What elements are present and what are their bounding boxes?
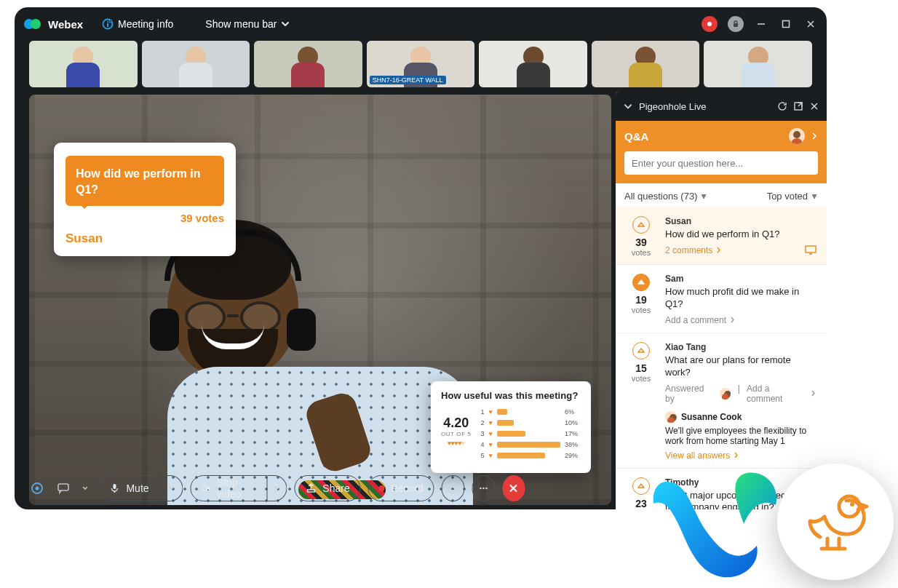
question-author: Sam xyxy=(665,274,816,284)
vote-label: votes xyxy=(626,374,656,383)
app-window: Webex Meeting info Show menu bar xyxy=(15,7,827,509)
avatar-icon xyxy=(665,411,677,423)
vote-count: 39 xyxy=(626,237,656,248)
video-dropdown[interactable] xyxy=(267,475,287,501)
maximize-button[interactable] xyxy=(779,17,793,31)
upvote-icon[interactable] xyxy=(632,274,650,291)
question-item[interactable]: 39 votes Susan How did we perform in Q1?… xyxy=(616,207,827,264)
vote-count: 15 xyxy=(626,362,656,374)
brand-label: Webex xyxy=(48,18,83,31)
svg-rect-14 xyxy=(113,484,116,489)
filmstrip-thumb[interactable] xyxy=(142,41,250,87)
show-menu-button[interactable]: Show menu bar xyxy=(205,18,290,30)
vote-count: 19 xyxy=(626,294,656,306)
filmstrip-thumb[interactable] xyxy=(254,41,362,87)
answered-by: Answered by | xyxy=(665,384,742,404)
add-comment-link[interactable]: Add a comment xyxy=(747,384,816,404)
share-icon xyxy=(305,482,317,494)
mute-dropdown[interactable] xyxy=(160,475,183,501)
chevron-down-icon[interactable] xyxy=(623,101,633,111)
speaker-video xyxy=(167,234,473,505)
vote-label: votes xyxy=(626,248,656,257)
heart-icon: ♥ xyxy=(489,419,493,426)
chevron-right-icon[interactable] xyxy=(811,132,818,140)
upvote-icon[interactable] xyxy=(632,216,650,234)
comments-link[interactable]: 2 comments xyxy=(665,245,722,255)
end-call-button[interactable] xyxy=(502,475,525,501)
chat-icon[interactable] xyxy=(55,480,71,496)
question-item[interactable]: 15 votes Xiao Tang What are our plans fo… xyxy=(616,333,827,468)
vote-label: votes xyxy=(626,306,656,314)
lock-indicator-icon[interactable] xyxy=(728,16,744,32)
main-area: How did we perform in Q1? 39 votes Susan… xyxy=(15,92,827,509)
vote-control[interactable]: 19 votes xyxy=(626,274,656,325)
heart-icon: ♥ xyxy=(489,452,493,459)
question-text: How did we perform in Q1? xyxy=(665,229,816,241)
close-button[interactable] xyxy=(803,17,818,31)
webex-app-icon xyxy=(637,460,790,584)
filmstrip-thumb[interactable]: SHN7-16-GREAT WALL xyxy=(367,41,475,87)
record-dot-icon xyxy=(379,485,385,491)
svg-rect-16 xyxy=(307,490,314,492)
svg-rect-8 xyxy=(783,21,790,28)
refresh-icon[interactable] xyxy=(777,101,787,111)
mute-button[interactable]: Mute xyxy=(98,475,183,501)
callout-author: Susan xyxy=(65,231,224,246)
brand: Webex xyxy=(23,17,83,31)
poll-average: 4.20 xyxy=(441,416,472,431)
filmstrip-thumb[interactable] xyxy=(479,41,587,87)
svg-point-22 xyxy=(485,488,488,490)
avatar-icon xyxy=(720,388,731,400)
poll-title: How useful was this meeting? xyxy=(441,390,581,401)
window-controls xyxy=(702,16,818,32)
minimize-button[interactable] xyxy=(754,17,768,31)
camera-icon xyxy=(202,482,211,494)
vote-control[interactable]: 39 votes xyxy=(626,216,656,257)
record-button[interactable]: Record xyxy=(368,475,434,501)
stop-video-button[interactable]: Stop video xyxy=(191,475,287,501)
question-author: Xiao Tang xyxy=(665,342,816,352)
panel-titlebar: Pigeonhole Live xyxy=(616,92,827,121)
floating-logos xyxy=(637,460,894,584)
vote-control[interactable]: 15 votes xyxy=(626,342,656,461)
add-comment-link[interactable]: Add a comment xyxy=(665,315,736,325)
sort-icon xyxy=(700,193,707,200)
share-button[interactable]: Share xyxy=(294,475,360,501)
meeting-toolbar: Mute Stop video Share Record xyxy=(15,467,608,509)
filmstrip-thumb[interactable] xyxy=(592,41,700,87)
apps-icon[interactable] xyxy=(29,480,45,496)
svg-point-18 xyxy=(451,487,453,488)
question-item[interactable]: 19 votes Sam How much profit did we make… xyxy=(616,264,827,333)
view-all-answers-link[interactable]: View all answers xyxy=(665,450,739,461)
chevron-down-icon xyxy=(281,20,290,28)
sort-icon xyxy=(811,193,818,200)
chevron-down-icon xyxy=(273,485,280,492)
meeting-info-button[interactable]: Meeting info xyxy=(102,18,173,30)
filmstrip-thumb[interactable] xyxy=(29,41,138,87)
side-panel: Pigeonhole Live Q&A All questions (73) xyxy=(616,92,827,509)
user-avatar-icon[interactable] xyxy=(789,128,805,144)
hearts-icon: ♥♥♥♥♥ xyxy=(441,440,472,447)
reactions-button[interactable] xyxy=(442,475,465,501)
chevron-down-icon xyxy=(167,485,175,492)
chevron-down-icon[interactable] xyxy=(82,485,89,492)
poll-bars: 1♥ 6%2♥ 10%3♥ 17%4♥ 38%5♥ 29% xyxy=(479,408,581,463)
record-indicator-icon[interactable] xyxy=(702,16,718,32)
heart-icon: ♥ xyxy=(489,430,493,437)
poll-bar-row: 2♥ 10% xyxy=(479,419,581,426)
popout-icon[interactable] xyxy=(793,101,803,111)
question-input[interactable] xyxy=(624,151,818,175)
svg-rect-13 xyxy=(58,484,68,490)
upvote-icon[interactable] xyxy=(632,342,650,359)
filmstrip-thumb[interactable] xyxy=(704,41,812,87)
svg-point-12 xyxy=(36,487,39,490)
filter-all-questions[interactable]: All questions (73) xyxy=(624,191,707,202)
question-author: Susan xyxy=(665,216,816,226)
poll-bar-row: 5♥ 29% xyxy=(479,452,581,459)
panel-header: Q&A xyxy=(616,121,827,183)
more-button[interactable] xyxy=(472,475,495,501)
close-icon[interactable] xyxy=(809,101,819,111)
filter-sort[interactable]: Top voted xyxy=(767,191,818,202)
poll-card: How useful was this meeting? 4.20 OUT OF… xyxy=(431,381,591,473)
poll-score: 4.20 OUT OF 5 ♥♥♥♥♥ xyxy=(441,408,472,447)
